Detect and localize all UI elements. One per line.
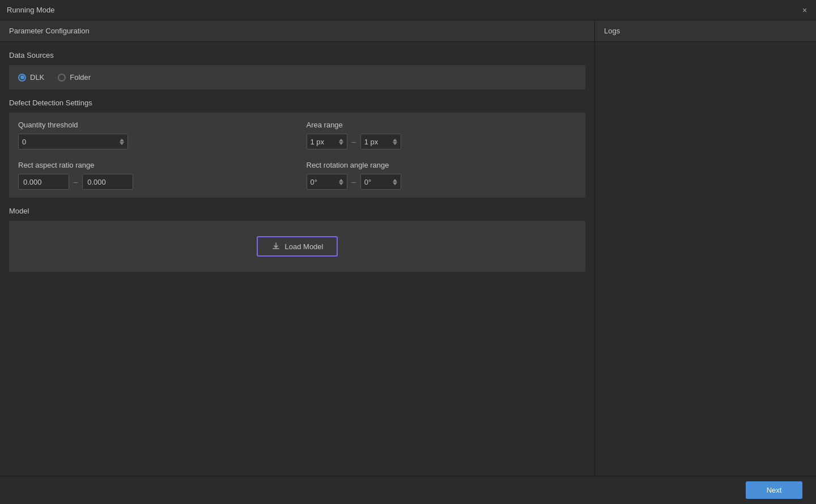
quantity-threshold-arrows [120,139,124,145]
area-range-row: 1 px – 1 px [307,134,577,150]
title-bar: Running Mode × [0,0,816,20]
radio-dlk-circle [18,74,26,82]
radio-folder-label: Folder [70,73,91,82]
settings-grid: Quantity threshold [18,121,576,190]
quantity-threshold-down[interactable] [120,142,124,145]
rect-aspect-ratio-max-input[interactable] [82,174,133,190]
right-panel: Logs [595,20,816,504]
load-model-label: Load Model [285,242,324,251]
radio-dlk-label: DLK [30,73,44,82]
quantity-threshold-group: Quantity threshold [18,121,288,150]
area-range-max-up[interactable] [393,139,397,142]
logs-header: Logs [595,20,816,42]
quantity-threshold-row [18,134,288,150]
data-sources-title: Data Sources [9,51,585,59]
radio-folder-circle [58,74,66,82]
area-range-dash: – [352,138,356,146]
model-box: Load Model [9,221,585,272]
panel-content: Data Sources DLK Folder Defect Detection… [0,42,594,504]
load-model-button[interactable]: Load Model [257,236,338,257]
download-icon [271,242,280,251]
rect-rotation-angle-row: 0° – 0° [307,174,577,190]
quantity-threshold-spinbox[interactable] [18,134,128,150]
rect-aspect-ratio-dash: – [74,178,78,186]
area-range-min-down[interactable] [339,142,343,145]
rect-rotation-max-value: 0° [364,178,371,186]
area-range-label: Area range [307,121,577,129]
rect-rotation-angle-dash: – [352,178,356,186]
data-sources-box: DLK Folder [9,65,585,89]
param-config-header: Parameter Configuration [0,20,594,42]
area-range-max-down[interactable] [393,142,397,145]
model-title: Model [9,207,585,215]
left-panel: Parameter Configuration Data Sources DLK… [0,20,595,504]
quantity-threshold-label: Quantity threshold [18,121,288,129]
rect-aspect-ratio-group: Rect aspect ratio range – [18,161,288,190]
area-range-max-arrows [393,139,397,145]
rect-rotation-min-arrows [339,179,343,185]
area-range-min-arrows [339,139,343,145]
rect-rotation-max-spinbox[interactable]: 0° [360,174,401,190]
bottom-bar: Next [0,476,816,504]
area-range-min-up[interactable] [339,139,343,142]
window-title: Running Mode [7,6,55,14]
rect-rotation-min-value: 0° [311,178,317,186]
radio-dlk[interactable]: DLK [18,73,44,82]
rect-aspect-ratio-label: Rect aspect ratio range [18,161,288,169]
next-button[interactable]: Next [746,481,802,499]
rect-rotation-min-spinbox[interactable]: 0° [307,174,347,190]
rect-rotation-min-up[interactable] [339,179,343,182]
rect-rotation-max-arrows [393,179,397,185]
area-range-max-value: 1 px [364,138,379,146]
radio-folder[interactable]: Folder [58,73,91,82]
data-sources-radio-group: DLK Folder [18,73,576,82]
defect-detection-box: Quantity threshold [9,113,585,198]
area-range-group: Area range 1 px – 1 px [307,121,577,150]
rect-rotation-min-down[interactable] [339,182,343,185]
rect-rotation-angle-label: Rect rotation angle range [307,161,577,169]
main-layout: Parameter Configuration Data Sources DLK… [0,20,816,504]
defect-detection-title: Defect Detection Settings [9,99,585,107]
close-button[interactable]: × [800,6,809,15]
area-range-min-value: 1 px [311,138,325,146]
rect-rotation-angle-group: Rect rotation angle range 0° – [307,161,577,190]
quantity-threshold-up[interactable] [120,139,124,142]
area-range-max-spinbox[interactable]: 1 px [360,134,401,150]
rect-aspect-ratio-row: – [18,174,288,190]
rect-aspect-ratio-min-input[interactable] [18,174,69,190]
quantity-threshold-input[interactable] [22,138,117,146]
rect-rotation-max-up[interactable] [393,179,397,182]
area-range-min-spinbox[interactable]: 1 px [307,134,347,150]
rect-rotation-max-down[interactable] [393,182,397,185]
